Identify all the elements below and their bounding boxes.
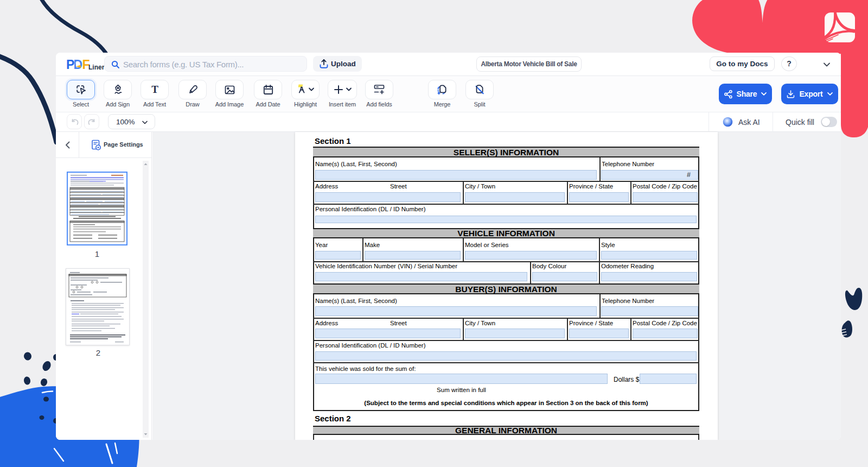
svg-text:T: T <box>151 84 158 95</box>
svg-text:Liner: Liner <box>88 64 105 71</box>
